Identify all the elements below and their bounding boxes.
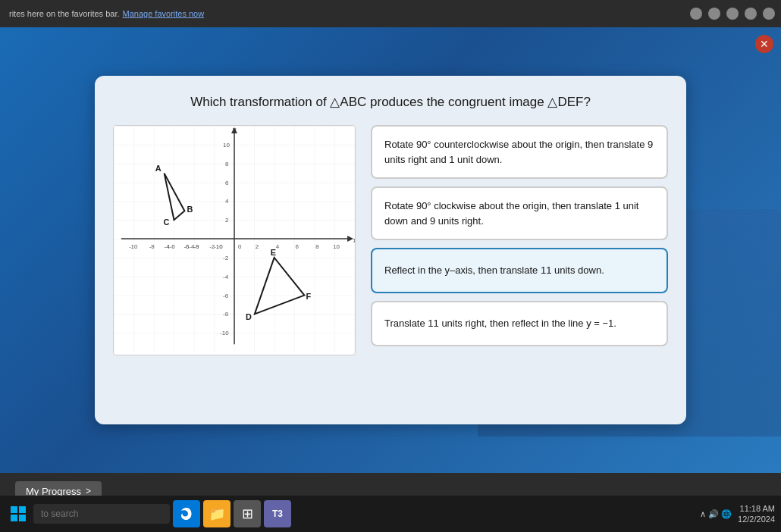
svg-text:10: 10 [333, 243, 340, 250]
svg-text:4: 4 [225, 198, 229, 205]
svg-text:-8: -8 [193, 243, 199, 250]
svg-text:6: 6 [295, 243, 299, 250]
browser-icons [690, 8, 775, 20]
svg-text:-4: -4 [223, 274, 229, 280]
svg-text:-10: -10 [214, 243, 223, 250]
browser-icon-2[interactable] [708, 8, 720, 20]
svg-text:6: 6 [225, 180, 229, 186]
option-2[interactable]: Rotate 90° clockwise about the origin, t… [371, 186, 668, 240]
svg-text:-10: -10 [220, 330, 229, 336]
taskbar-system-icons: ∧ 🔊 🌐 [700, 509, 732, 519]
svg-text:10: 10 [223, 142, 230, 149]
svg-text:-6: -6 [223, 293, 229, 299]
progress-arrow: > [86, 486, 91, 496]
taskbar-teams-icon[interactable]: T3 [264, 500, 291, 527]
browser-bar: rites here on the favorites bar. Manage … [0, 0, 781, 27]
taskbar-folder-icon[interactable]: 📁 [203, 500, 231, 527]
options-container: Rotate 90° counterclockwise about the or… [371, 125, 668, 346]
browser-bar-text: rites here on the favorites bar. [9, 9, 120, 18]
label-f: F [306, 292, 311, 301]
label-c: C [164, 217, 170, 227]
taskbar-time-display: 11:18 AM [738, 503, 775, 514]
taskbar: 📁 ⊞ T3 ∧ 🔊 🌐 11:18 AM 12/2/2024 [0, 496, 781, 532]
question-card: Which transformation of △ABC produces th… [95, 76, 686, 424]
svg-rect-35 [11, 515, 17, 521]
coordinate-graph: x y -10 -8 -6 -4 -10 -8 -6 -4 -2 [114, 126, 355, 352]
label-d: D [246, 312, 252, 321]
label-b: B [187, 205, 193, 214]
start-button[interactable] [6, 503, 30, 524]
taskbar-clock: 11:18 AM 12/2/2024 [738, 503, 775, 525]
svg-text:8: 8 [315, 243, 319, 250]
main-content: ✕ Which transformation of △ABC produces … [0, 27, 781, 473]
svg-text:-4: -4 [189, 243, 195, 250]
svg-text:2: 2 [225, 217, 229, 224]
question-title: Which transformation of △ABC produces th… [113, 94, 668, 110]
browser-icon-1[interactable] [690, 8, 702, 20]
edge-icon [179, 506, 194, 521]
svg-text:8: 8 [225, 161, 229, 167]
svg-rect-33 [11, 506, 17, 513]
taskbar-edge-icon[interactable] [173, 500, 200, 527]
svg-text:x: x [353, 236, 355, 244]
taskbar-grid-icon[interactable]: ⊞ [234, 500, 261, 527]
browser-icon-5[interactable] [763, 8, 775, 20]
svg-text:-8: -8 [223, 311, 229, 318]
windows-icon [11, 506, 26, 521]
option-4[interactable]: Translate 11 units right, then reflect i… [371, 301, 668, 346]
taskbar-right: ∧ 🔊 🌐 11:18 AM 12/2/2024 [700, 503, 775, 525]
label-a: A [155, 164, 162, 173]
close-button[interactable]: ✕ [755, 35, 773, 53]
svg-text:-6: -6 [170, 243, 176, 250]
svg-rect-36 [19, 515, 26, 521]
browser-icon-3[interactable] [726, 8, 739, 20]
svg-text:-2: -2 [209, 243, 215, 250]
option-3[interactable]: Reflect in the y–axis, then translate 11… [371, 248, 668, 293]
browser-icon-4[interactable] [745, 8, 757, 20]
svg-text:-10: -10 [129, 243, 138, 250]
graph-container: x y -10 -8 -6 -4 -10 -8 -6 -4 -2 [113, 125, 356, 355]
question-body: x y -10 -8 -6 -4 -10 -8 -6 -4 -2 [113, 125, 668, 355]
svg-text:4: 4 [276, 243, 280, 250]
svg-text:0: 0 [238, 243, 242, 250]
svg-text:2: 2 [256, 243, 259, 250]
taskbar-date-display: 12/2/2024 [738, 514, 775, 524]
svg-rect-34 [19, 506, 26, 513]
svg-text:-2: -2 [223, 255, 229, 261]
label-e: E [271, 248, 276, 257]
svg-text:-8: -8 [149, 243, 155, 250]
taskbar-search-input[interactable] [33, 504, 170, 524]
manage-favorites-link[interactable]: Manage favorites now [123, 9, 205, 18]
svg-text:y: y [233, 126, 237, 133]
option-1[interactable]: Rotate 90° counterclockwise about the or… [371, 125, 668, 179]
